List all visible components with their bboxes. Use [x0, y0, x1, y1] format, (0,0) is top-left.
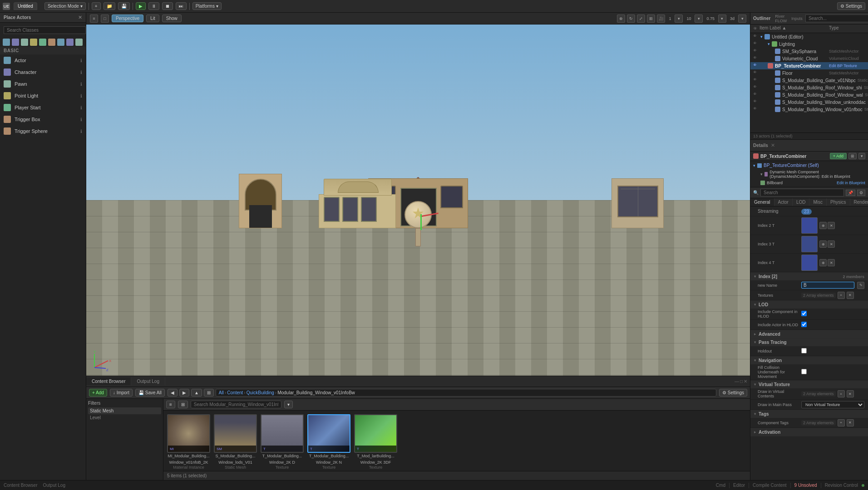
view-toggle-btn[interactable]: ≡ — [166, 401, 175, 408]
asset-t-window-d[interactable]: T T_Modular_Building... Window_2K D Text… — [261, 414, 304, 470]
advanced-header[interactable]: ▸ Advanced — [750, 330, 868, 338]
eye-icon-10[interactable]: 👁 — [753, 107, 759, 112]
place-item-pointlight[interactable]: Point Light ℹ — [0, 90, 86, 102]
tab-rendering[interactable]: Rendering — [850, 198, 868, 206]
angle-dropdown[interactable]: ▾ — [695, 15, 703, 23]
virtual-texture-header[interactable]: ▾ Virtual Texture — [750, 381, 868, 388]
path-all[interactable]: All — [219, 390, 224, 395]
settings-btn[interactable]: ⚙ Settings — [837, 2, 865, 10]
show-btn[interactable]: Show — [162, 15, 182, 22]
close-bottom-icon[interactable]: ✕ — [744, 379, 747, 384]
play-btn[interactable]: ▶ — [136, 2, 146, 10]
asset-s-window[interactable]: SM S_Modular_Building... Window_lods_V01… — [214, 414, 257, 470]
pause-btn[interactable]: ⏸ — [148, 2, 159, 10]
details-pin-btn[interactable]: 📌 — [846, 190, 855, 196]
open-btn[interactable]: 📁 — [104, 2, 115, 10]
outliner-item-3[interactable]: 👁 Volumetric_Cloud VolumetricCloud — [750, 55, 868, 62]
category-icon-basic[interactable] — [12, 39, 19, 46]
outliner-item-4[interactable]: 👁 BP_TextureCombiner Edit BP Texture — [750, 62, 868, 69]
eye-icon-5[interactable]: 👁 — [753, 70, 759, 76]
clear-icon-3[interactable]: ✕ — [828, 240, 835, 248]
filter-static-mesh[interactable]: Static Mesh — [88, 407, 161, 414]
newname-input[interactable] — [801, 282, 854, 289]
outliner-item-0[interactable]: 👁 ▾ Untitled (Editor) — [750, 33, 868, 40]
tab-general[interactable]: General — [750, 198, 774, 206]
tex-thumb-2[interactable] — [801, 217, 818, 234]
cb-search-options[interactable]: ▾ — [284, 401, 293, 408]
tab-physics[interactable]: Physics — [827, 198, 850, 206]
cb-search-input[interactable] — [191, 401, 281, 408]
rotate-btn[interactable]: ↻ — [627, 15, 635, 23]
ct-clear-icon[interactable]: ✕ — [847, 419, 854, 426]
details-search-input[interactable] — [760, 189, 844, 196]
view-grid-btn[interactable]: ⊞ — [178, 401, 188, 408]
hlod-header[interactable]: ▾ LOD — [750, 301, 868, 309]
save-btn[interactable]: 💾 — [118, 2, 130, 10]
component-more-btn[interactable]: ▾ — [858, 153, 865, 159]
eye-icon-1[interactable]: 👁 — [753, 41, 759, 47]
category-icon-cinematic[interactable] — [39, 39, 46, 46]
textures-clear-icon[interactable]: ✕ — [847, 292, 854, 299]
tags-header[interactable]: ▾ Tags — [750, 410, 868, 418]
filter-level[interactable]: Level — [88, 414, 161, 421]
viewport[interactable]: X Y Z — [86, 24, 750, 376]
class-search-input[interactable] — [4, 26, 86, 34]
outliner-item-9[interactable]: 👁 S_Modular_building_Window_unknoddac St… — [750, 98, 868, 106]
new-btn[interactable]: + — [92, 2, 101, 10]
place-item-triggersphere[interactable]: Trigger Sphere ℹ — [0, 125, 86, 137]
outliner-item-8[interactable]: 👁 S_Modular_Building_Roof_Window_wal Sta… — [750, 91, 868, 98]
up-btn[interactable]: ▲ — [191, 389, 202, 397]
ct-add-icon[interactable]: + — [838, 419, 845, 426]
category-icon-shapes[interactable] — [30, 39, 37, 46]
tab-lod[interactable]: LOD — [793, 198, 810, 206]
file-tab[interactable]: Untitled — [14, 2, 37, 10]
asset-mi-window[interactable]: MI MI_Modular_Building... Window_v01nfoB… — [167, 414, 210, 470]
tex-thumb-4[interactable] — [801, 255, 818, 271]
save-all-btn[interactable]: 💾 Save All — [135, 389, 165, 397]
dv-clear-icon[interactable]: ✕ — [847, 390, 854, 397]
category-icon-volumes[interactable] — [66, 39, 74, 46]
place-item-triggerbox[interactable]: Trigger Box ℹ — [0, 113, 86, 125]
import-btn[interactable]: ↓ Import — [110, 389, 133, 397]
category-icon-geometry[interactable] — [57, 39, 64, 46]
skip-btn[interactable]: ⏭ — [176, 2, 187, 10]
eye-icon-7[interactable]: 👁 — [753, 85, 759, 90]
history-btn[interactable]: ⊞ — [204, 389, 214, 397]
back-btn[interactable]: ◀ — [168, 389, 178, 397]
activation-header[interactable]: ▸ Activation — [750, 428, 868, 436]
clear-icon-2[interactable]: ✕ — [828, 222, 835, 229]
close-icon[interactable]: ✕ — [78, 15, 82, 20]
browse-icon-2[interactable]: ⊕ — [819, 222, 827, 229]
holdout-checkbox[interactable] — [801, 348, 807, 353]
category-icon-recent[interactable] — [3, 39, 10, 46]
path-quickbuilding[interactable]: QuickBuilding — [247, 390, 274, 395]
outliner-item-2[interactable]: 👁 SM_SkySphaera StaticMeshActor — [750, 48, 868, 55]
outliner-search-input[interactable] — [805, 15, 868, 22]
navigation-header[interactable]: ▾ Navigation — [750, 357, 868, 364]
tex-thumb-3[interactable] — [801, 236, 818, 252]
eye-icon-6[interactable]: 👁 — [753, 78, 759, 83]
outliner-item-7[interactable]: 👁 S_Modular_Building_Roof_Window_shi Sta… — [750, 84, 868, 91]
dv-add-icon[interactable]: + — [838, 390, 845, 397]
eye-icon-9[interactable]: 👁 — [753, 99, 759, 105]
component-options-btn[interactable]: ⊞ — [848, 153, 857, 159]
textures-add-icon[interactable]: + — [838, 292, 845, 299]
perspective-btn[interactable]: Perspective — [112, 15, 143, 22]
cb-settings-btn[interactable]: ⚙ Settings — [719, 389, 747, 397]
pass-tracing-header[interactable]: ▾ Pass Tracing — [750, 338, 868, 346]
place-item-playerstart[interactable]: Player Start ℹ — [0, 102, 86, 113]
asset-t-window-3df[interactable]: T T_Mod_larBuilding... Window_2K 3DF Tex… — [354, 414, 397, 470]
outliner-item-10[interactable]: 👁 S_Modular_Building_Window_v01nfboc Sta… — [750, 106, 868, 113]
add-component-btn[interactable]: + Add — [830, 153, 847, 159]
snap-btn[interactable]: ⊕ — [617, 15, 625, 23]
details-close-icon[interactable]: ✕ — [771, 142, 775, 148]
add-btn[interactable]: + Add — [89, 389, 107, 397]
grid-dropdown[interactable]: ▾ — [675, 15, 683, 23]
browse-icon-3[interactable]: ⊕ — [819, 240, 827, 248]
newname-edit-icon[interactable]: ✎ — [857, 282, 864, 289]
outliner-item-5[interactable]: 👁 Floor StaticMeshActor — [750, 69, 868, 77]
include-actor-checkbox[interactable] — [801, 322, 807, 327]
draw-main-select[interactable]: Non Virtual Texture — [801, 401, 864, 408]
fill-sub-checkbox[interactable] — [801, 369, 807, 374]
path-content[interactable]: Content — [227, 390, 243, 395]
